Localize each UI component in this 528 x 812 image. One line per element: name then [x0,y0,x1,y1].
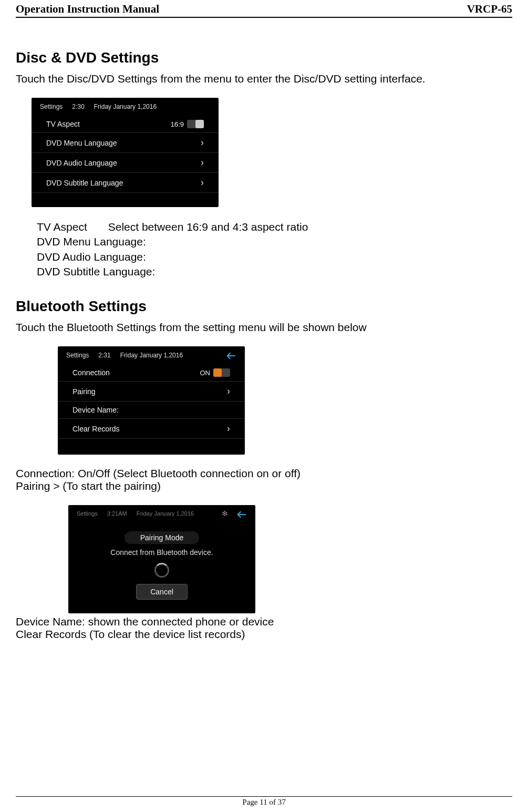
row-label: DVD Subtitle Language [46,179,123,187]
section-disc-intro: Touch the Disc/DVD Settings from the men… [16,73,512,85]
back-arrow-icon[interactable] [224,348,239,363]
spinner-icon [154,563,169,578]
screenshot-header: Settings 2:30 Friday January 1,2016 [32,98,219,116]
ss-time: 3:21AM [107,510,127,517]
connection-toggle[interactable]: ON [200,368,231,377]
screenshot-disc-settings: Settings 2:30 Friday January 1,2016 TV A… [32,98,219,207]
back-arrow-icon[interactable] [234,507,249,522]
tv-aspect-value[interactable]: 16:9 [171,120,204,128]
row-dvd-audio-lang[interactable]: DVD Audio Language › [32,153,219,173]
screenshot-header: Settings 3:21AM Friday January 1,2016 ✻ [68,505,255,522]
toggle-on-icon [213,368,230,377]
chevron-right-icon: › [227,423,230,434]
dvd-audio-language-label: DVD Audio Language: [37,250,512,264]
ss-date: Friday January 1,2016 [137,510,194,517]
cancel-button[interactable]: Cancel [136,584,188,600]
clear-records-desc: Clear Records (To clear the device list … [16,628,512,641]
pairing-dialog: Pairing Mode Connect from Bluetooth devi… [68,522,255,605]
section-bluetooth-title: Bluetooth Settings [16,298,512,315]
row-device-name[interactable]: Device Name: [58,402,245,419]
header-right: VRCP-65 [467,3,512,16]
pairing-desc: Pairing > (To start the pairing) [16,480,512,492]
ss-time: 2:31 [98,352,110,359]
pairing-mode-title: Pairing Mode [125,531,200,544]
toggle-icon [187,120,204,128]
row-dvd-subtitle-lang[interactable]: DVD Subtitle Language › [32,173,219,193]
dvd-menu-language-label: DVD Menu Language: [37,234,512,249]
row-clear-records[interactable]: Clear Records › [58,419,245,439]
row-dvd-menu-lang[interactable]: DVD Menu Language › [32,133,219,153]
disc-settings-descriptions: TV Aspect Select between 16:9 and 4:3 as… [37,220,512,279]
row-label: DVD Audio Language [46,159,117,167]
bluetooth-icon: ✻ [222,509,228,518]
chevron-right-icon: › [201,137,204,148]
row-tv-aspect[interactable]: TV Aspect 16:9 [32,116,219,133]
row-pairing[interactable]: Pairing › [58,382,245,402]
chevron-right-icon: › [227,386,230,397]
row-label: Connection [73,368,110,377]
row-label: DVD Menu Language [46,139,117,147]
tv-aspect-desc: Select between 16:9 and 4:3 aspect ratio [108,220,308,234]
page-header: Operation Instruction Manual VRCP-65 [16,3,512,18]
row-label: Pairing [73,387,96,396]
header-left: Operation Instruction Manual [16,3,159,16]
page-number: Page 11 of 37 [242,798,285,806]
section-bluetooth-intro: Touch the Bluetooth Settings from the se… [16,321,512,334]
page-footer: Page 11 of 37 [16,796,512,807]
tv-aspect-label: TV Aspect [37,220,87,234]
section-disc-title: Disc & DVD Settings [16,49,512,66]
connection-desc: Connection: On/Off (Select Bluetooth con… [16,467,512,480]
ss-date: Friday January 1,2016 [94,103,157,110]
ss-app: Settings [77,510,98,517]
ss-app: Settings [40,103,63,110]
ss-app: Settings [66,352,89,359]
chevron-right-icon: › [201,157,204,168]
screenshot-header: Settings 2:31 Friday January 1,2016 [58,346,245,364]
row-connection[interactable]: Connection ON [58,364,245,382]
device-name-desc: Device Name: shown the connected phone o… [16,615,512,628]
ss-time: 2:30 [72,103,84,110]
chevron-right-icon: › [201,177,204,188]
ss-date: Friday January 1,2016 [120,352,183,359]
row-label: TV Aspect [46,120,80,128]
dvd-subtitle-language-label: DVD Subtitle Language: [37,264,512,279]
pairing-message: Connect from Bluetooth device. [110,548,213,557]
row-label: Device Name: [73,406,119,414]
screenshot-bluetooth-settings: Settings 2:31 Friday January 1,2016 Conn… [58,346,245,455]
row-label: Clear Records [73,425,119,433]
screenshot-pairing-mode: Settings 3:21AM Friday January 1,2016 ✻ … [68,505,255,613]
